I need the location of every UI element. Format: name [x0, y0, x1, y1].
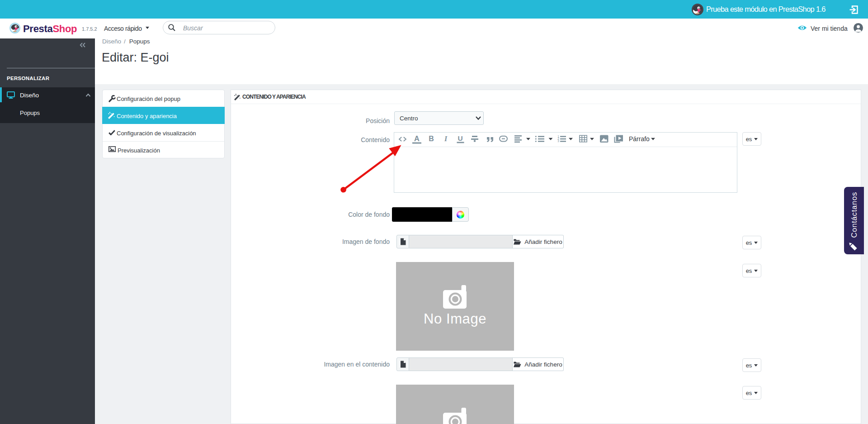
- svg-text:I: I: [444, 135, 448, 143]
- svg-text:U: U: [458, 134, 462, 142]
- svg-text:3: 3: [557, 139, 559, 143]
- svg-text:A: A: [414, 134, 420, 143]
- svg-text:Párrafo: Párrafo: [629, 135, 650, 143]
- svg-text:B: B: [429, 135, 434, 143]
